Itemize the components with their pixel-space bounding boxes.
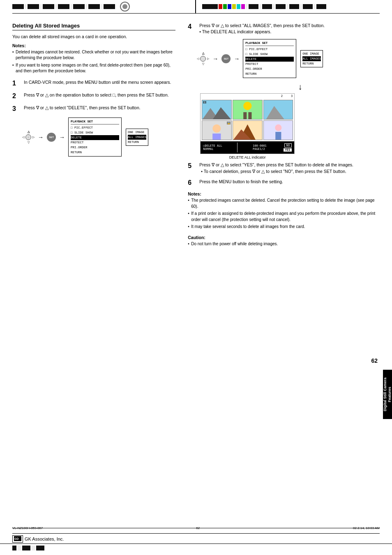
delete-all-bottom-bar: □DELETE ALL NORMAL 100-0001 PAGE1/2 NO Y…	[201, 141, 294, 154]
strip-block	[249, 4, 258, 9]
menu-box-step4: PLAYBACK SET □ PIC.EFFECT □ SLIDE SHOW D…	[243, 39, 296, 78]
strip-block	[202, 4, 218, 9]
yes-no-buttons: NO YES	[284, 143, 292, 152]
step-4-text: Press ∇ or △ to select "ALL IMAGES", the…	[199, 23, 380, 35]
strip-block	[88, 4, 100, 9]
step-2-number: 2	[12, 91, 21, 101]
strip-block-yellow	[232, 4, 236, 9]
step-5: 5 Press ∇ or △ to select "YES", then pre…	[188, 162, 380, 174]
strip-b	[17, 546, 21, 550]
arrow-down-indicator: ↓	[221, 82, 380, 92]
menu-box-step3: PLAYBACK SET □ PIC.EFFECT □ SLIDE SHOW D…	[68, 117, 122, 157]
no-button: NO	[284, 143, 292, 147]
top-left-strip	[0, 0, 196, 13]
strip-block	[58, 4, 69, 9]
footer-logo-text: GK Associates, Inc.	[25, 537, 64, 541]
left-column: Deleting All Stored Images You can delet…	[12, 23, 184, 252]
menu-slide-show: □ SLIDE SHOW	[71, 130, 119, 135]
step-4-number: 4	[188, 22, 196, 35]
footer-right-text: 02.2.14, 10:03 AM	[353, 526, 380, 530]
option-one-image: ONE IMAGE	[128, 130, 146, 135]
nav-control: △ ◁ ○ ▷ ▽	[22, 130, 35, 144]
strip-block	[43, 4, 54, 9]
caution-list: Do not turn the power off while deleting…	[188, 241, 380, 247]
strip-block	[276, 4, 286, 9]
strip-block	[303, 4, 313, 9]
strip-block	[12, 4, 24, 9]
notes-list: Deleted images cannot be restored. Check…	[12, 49, 175, 74]
option-return: RETURN	[128, 140, 146, 145]
step-3-number: 3	[12, 104, 21, 113]
notes-header: Notes:	[12, 43, 175, 48]
main-content: Deleting All Stored Images You can delet…	[0, 23, 392, 252]
set-button-2: SET	[221, 54, 231, 63]
delete-all-left: □DELETE ALL NORMAL	[203, 144, 222, 151]
thumb-4: 🔒	[202, 120, 232, 140]
menu-pic-effect-2: □ PIC.EFFECT	[245, 47, 294, 52]
step-6: 6 Press the MENU button to finish the se…	[188, 179, 380, 187]
caution-header: Caution:	[188, 235, 380, 240]
menu-pic-effect: □ PIC.EFFECT	[71, 125, 119, 130]
note-item: If you want to keep some images on the c…	[12, 62, 175, 74]
svg-rect-5	[243, 112, 247, 119]
thumb-5	[233, 120, 263, 140]
page-number: 62	[371, 357, 378, 364]
page-num: 100-0001	[253, 144, 267, 147]
step-1-text: In CARD-VCR mode, press the MENU button …	[24, 79, 175, 88]
svg-text:GD: GD	[14, 537, 19, 540]
strip-block	[289, 4, 299, 9]
menu-options-step4: ONE IMAGE ALL IMAGES RETURN	[300, 50, 323, 67]
step-6-number: 6	[188, 178, 196, 187]
circle-center-2	[200, 56, 206, 62]
svg-point-10	[212, 124, 221, 133]
page-label: PAGE1/2	[253, 147, 267, 151]
menu-return-2: RETURN	[245, 71, 294, 76]
section-title: Deleting All Stored Images	[12, 23, 175, 30]
footer-center-text: 62	[196, 526, 200, 530]
arrow-right-3: →	[212, 55, 218, 62]
menu-title-2: PLAYBACK SET	[245, 41, 294, 46]
thumb-3	[263, 100, 293, 120]
strip-block-cyan	[237, 4, 240, 9]
logo-box: GD	[12, 535, 23, 543]
page-nums: 23	[201, 94, 294, 99]
delete-all-display: 23 1	[200, 93, 295, 154]
note2-item-1: The protected images cannot be deleted. …	[188, 198, 380, 210]
bottom-strip	[0, 543, 392, 555]
sidebar-tab: Digital Still Camera Features	[383, 370, 392, 419]
svg-point-16	[275, 124, 281, 131]
svg-point-4	[243, 102, 251, 110]
strip-block	[55, 4, 57, 9]
strip-block	[40, 4, 42, 9]
arrow-right-4: →	[234, 55, 240, 62]
delete-all-indicator-label: DELETE ALL indicator	[200, 155, 295, 159]
top-right-strip	[196, 0, 392, 13]
delete-label: □DELETE ALL	[203, 144, 222, 147]
note2-item-3: It may take several seconds to delete al…	[188, 224, 380, 230]
center-circle	[120, 2, 130, 12]
strip-b	[12, 546, 16, 550]
strip-block	[101, 4, 103, 9]
menu-pri-order: PRI.ORDER	[71, 145, 119, 150]
strip-b	[31, 546, 35, 550]
step-1-number: 1	[12, 78, 21, 88]
menu-protect: PROTECT	[71, 140, 119, 145]
yes-button: YES	[284, 148, 292, 152]
note-item: Deleted images cannot be restored. Check…	[12, 49, 175, 61]
arrow-right-2: →	[59, 134, 65, 140]
strip-block	[73, 4, 85, 9]
footer-content: VL-NZ100H-059-067 62 02.2.14, 10:03 AM	[12, 526, 380, 530]
menu-title: PLAYBACK SET	[71, 119, 119, 124]
caution-item: Do not turn the power off while deleting…	[188, 241, 380, 247]
normal-label: NORMAL	[203, 147, 222, 151]
step-4: 4 Press ∇ or △ to select "ALL IMAGES", t…	[188, 23, 380, 35]
circle-center: ○	[25, 134, 31, 140]
svg-rect-17	[275, 132, 281, 140]
delete-all-screen: 23 1	[200, 93, 380, 159]
strip-block-red	[219, 4, 222, 9]
bottom-strip-rule	[0, 543, 392, 544]
delete-all-right: 100-0001 PAGE1/2	[253, 144, 267, 151]
strip-block	[28, 4, 39, 9]
menu-protect-2: PROTECT	[245, 62, 294, 67]
bottom-left-strip	[0, 546, 392, 551]
